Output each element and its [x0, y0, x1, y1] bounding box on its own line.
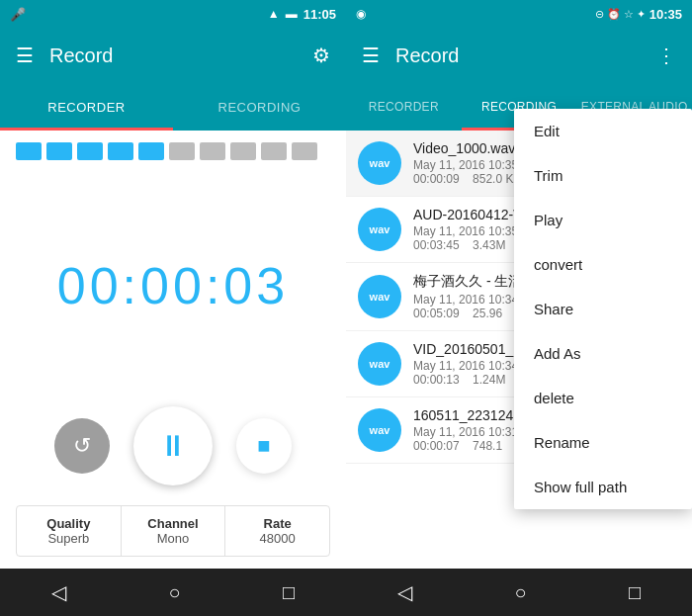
prog-block-7 [200, 142, 225, 160]
stop-icon: ■ [257, 433, 270, 459]
channel-value: Mono [122, 531, 225, 546]
gear-icon-left[interactable]: ⚙ [312, 44, 330, 67]
pause-button[interactable]: ⏸ [133, 406, 213, 485]
context-add-as[interactable]: Add As [514, 331, 692, 376]
menu-icon-right[interactable]: ⋮ [656, 44, 676, 67]
tab-recorder-left[interactable]: RECORDER [0, 83, 173, 131]
home-icon-right[interactable]: ○ [514, 581, 526, 604]
reset-icon: ↺ [73, 433, 91, 459]
app-title-left: Record [49, 44, 297, 67]
stop-button[interactable]: ■ [236, 418, 292, 474]
prog-block-10 [292, 142, 317, 160]
prog-block-4 [108, 142, 133, 160]
context-delete[interactable]: delete [514, 376, 692, 420]
nav-bar-right: ◁ ○ □ [346, 569, 692, 616]
wav-badge-2: wav [358, 275, 401, 318]
channel-label: Channel [122, 516, 225, 531]
tab-recorder-right[interactable]: RECORDER [346, 83, 462, 131]
channel-info: Channel Mono [122, 506, 226, 556]
timer-area: 00:00:03 [0, 164, 346, 406]
prog-block-2 [46, 142, 72, 160]
battery-icon: ▬ [286, 7, 298, 21]
left-panel: 🎤 ▲ ▬ 11:05 ☰ Record ⚙ RECORDER RECORDIN… [0, 0, 346, 616]
status-icons-right: ⊝ ⏰ ☆ ✦ [595, 8, 646, 21]
context-convert[interactable]: convert [514, 242, 692, 287]
controls-area: ↺ ⏸ ■ [0, 406, 346, 505]
recents-icon-right[interactable]: □ [629, 581, 641, 604]
status-bar-right-right: ⊝ ⏰ ☆ ✦ 10:35 [595, 7, 682, 22]
wav-badge-3: wav [358, 342, 401, 386]
wifi-icon: ▲ [268, 7, 280, 21]
prog-block-9 [261, 142, 287, 160]
status-time-right: 10:35 [649, 7, 682, 22]
home-icon-left[interactable]: ○ [168, 581, 180, 604]
recents-icon-left[interactable]: □ [283, 581, 295, 604]
status-bar-right: ◉ ⊝ ⏰ ☆ ✦ 10:35 [346, 0, 692, 28]
rate-info: Rate 48000 [225, 506, 329, 556]
prog-block-3 [77, 142, 103, 160]
wav-badge-0: wav [358, 141, 401, 185]
status-bar-right-left: ◉ [356, 7, 366, 21]
hamburger-icon-right[interactable]: ☰ [362, 44, 380, 67]
prog-block-8 [230, 142, 256, 160]
context-menu: Edit Trim Play convert Share Add As dele… [514, 109, 692, 509]
rate-value: 48000 [225, 531, 329, 546]
status-time-left: 11:05 [303, 7, 336, 22]
context-show-full-path[interactable]: Show full path [514, 465, 692, 509]
info-bar: Quality Superb Channel Mono Rate 48000 [16, 505, 330, 557]
prog-block-1 [16, 142, 42, 160]
prog-block-5 [138, 142, 164, 160]
context-rename[interactable]: Rename [514, 420, 692, 465]
context-share[interactable]: Share [514, 287, 692, 331]
prog-block-6 [169, 142, 195, 160]
app-title-right: Record [395, 44, 641, 67]
app-bar-right: ☰ Record ⋮ [346, 28, 692, 83]
location-icon: ◉ [356, 7, 366, 21]
back-icon-right[interactable]: ◁ [397, 580, 412, 604]
timer-display: 00:00:03 [57, 256, 289, 315]
hamburger-icon-left[interactable]: ☰ [16, 44, 34, 67]
nav-bar-left: ◁ ○ □ [0, 569, 346, 616]
app-bar-left: ☰ Record ⚙ [0, 28, 346, 83]
status-bar-left-icons: 🎤 [10, 7, 26, 22]
mic-icon: 🎤 [10, 7, 26, 22]
wav-badge-4: wav [358, 408, 401, 452]
pause-icon: ⏸ [158, 429, 188, 463]
rate-label: Rate [225, 516, 329, 531]
context-trim[interactable]: Trim [514, 153, 692, 198]
status-bar-left: 🎤 ▲ ▬ 11:05 [0, 0, 346, 28]
context-edit[interactable]: Edit [514, 109, 692, 153]
quality-value: Superb [17, 531, 121, 546]
back-icon-left[interactable]: ◁ [51, 580, 66, 604]
right-panel: ◉ ⊝ ⏰ ☆ ✦ 10:35 ☰ Record ⋮ RECORDER RECO… [346, 0, 692, 616]
reset-button[interactable]: ↺ [54, 418, 110, 474]
tab-recording-left[interactable]: RECORDING [173, 83, 346, 131]
quality-info: Quality Superb [17, 506, 122, 556]
context-play[interactable]: Play [514, 198, 692, 242]
progress-bar [0, 131, 346, 164]
wav-badge-1: wav [358, 208, 401, 251]
tabs-left: RECORDER RECORDING [0, 83, 346, 131]
quality-label: Quality [17, 516, 121, 531]
